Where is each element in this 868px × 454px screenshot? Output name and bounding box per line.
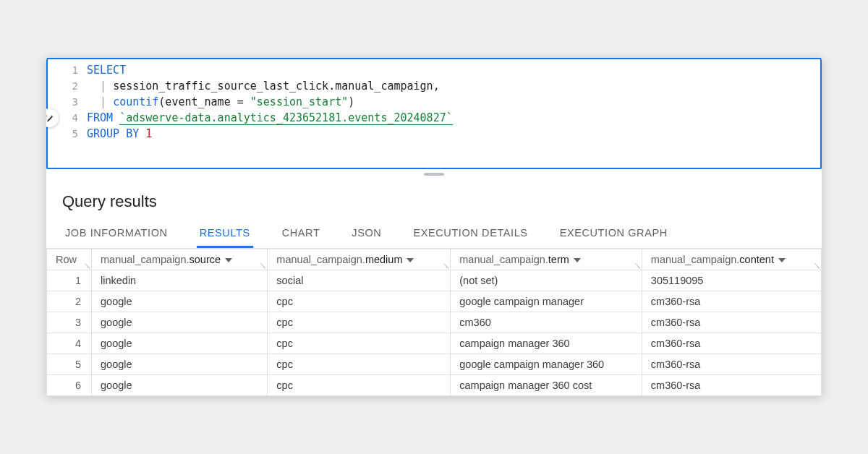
cell: google <box>92 354 268 375</box>
results-heading: Query results <box>46 179 822 221</box>
table-row[interactable]: 6googlecpccampaign manager 360 costcm360… <box>47 375 822 396</box>
row-number: 3 <box>47 312 92 333</box>
cell: campaign manager 360 cost <box>451 375 642 396</box>
cell: linkedin <box>92 270 268 291</box>
tab-job-information[interactable]: JOB INFORMATION <box>62 221 171 248</box>
cell: google <box>92 312 268 333</box>
magic-wand-icon[interactable] <box>46 108 59 127</box>
cell: cpc <box>268 375 451 396</box>
table-row[interactable]: 2googlecpcgoogle campaign managercm360-r… <box>47 291 822 312</box>
cell: social <box>268 270 451 291</box>
sort-caret-icon[interactable] <box>407 257 414 264</box>
cell: cpc <box>268 354 451 375</box>
column-header[interactable]: manual_campaign.medium <box>268 249 451 270</box>
column-resize-icon[interactable] <box>634 262 640 268</box>
cell: cpc <box>268 312 451 333</box>
column-header[interactable]: manual_campaign.term <box>451 249 642 270</box>
table-row[interactable]: 4googlecpccampaign manager 360cm360-rsa <box>47 333 822 354</box>
line-number: 2 <box>48 78 87 94</box>
line-number: 3 <box>48 94 87 110</box>
column-header[interactable]: manual_campaign.content <box>642 249 821 270</box>
results-table: Rowmanual_campaign.sourcemanual_campaign… <box>46 249 822 396</box>
row-number: 4 <box>47 333 92 354</box>
cell: google <box>92 333 268 354</box>
code-text[interactable]: SELECT <box>87 62 126 78</box>
line-number: 5 <box>48 126 87 142</box>
tab-results[interactable]: RESULTS <box>197 221 253 248</box>
column-resize-icon[interactable] <box>84 262 90 268</box>
cell: cpc <box>268 291 451 312</box>
table-row[interactable]: 5googlecpcgoogle campaign manager 360cm3… <box>47 354 822 375</box>
row-number: 5 <box>47 354 92 375</box>
code-line[interactable]: 3 | countif(event_name = "session_start"… <box>48 94 820 110</box>
code-text[interactable]: GROUP BY 1 <box>87 126 152 142</box>
sort-caret-icon[interactable] <box>574 257 581 264</box>
tab-execution-details[interactable]: EXECUTION DETAILS <box>410 221 530 248</box>
cell: cm360-rsa <box>642 375 821 396</box>
column-resize-icon[interactable] <box>814 262 820 268</box>
sort-caret-icon[interactable] <box>778 257 786 264</box>
cell: cpc <box>268 333 451 354</box>
code-text[interactable]: | countif(event_name = "session_start") <box>87 94 354 110</box>
row-number: 6 <box>47 375 92 396</box>
cell: google <box>92 375 268 396</box>
code-text[interactable]: FROM `adswerve-data.analytics_423652181.… <box>87 110 453 126</box>
column-header[interactable]: manual_campaign.source <box>92 249 268 270</box>
column-resize-icon[interactable] <box>443 262 448 268</box>
line-number: 1 <box>48 62 87 78</box>
cell: google <box>92 291 268 312</box>
code-line[interactable]: 1SELECT <box>48 62 820 78</box>
tab-execution-graph[interactable]: EXECUTION GRAPH <box>557 221 671 248</box>
row-header: Row <box>47 249 92 270</box>
results-tabs: JOB INFORMATIONRESULTSCHARTJSONEXECUTION… <box>46 221 822 249</box>
tab-json[interactable]: JSON <box>349 221 384 248</box>
code-text[interactable]: | session_traffic_source_last_click.manu… <box>87 78 440 94</box>
row-number: 1 <box>47 270 92 291</box>
cell: google campaign manager <box>451 291 642 312</box>
drag-handle-icon <box>424 173 444 176</box>
code-line[interactable]: 5GROUP BY 1 <box>48 126 820 142</box>
cell: cm360 <box>451 312 642 333</box>
cell: campaign manager 360 <box>451 333 642 354</box>
sort-caret-icon[interactable] <box>225 257 232 264</box>
cell: cm360-rsa <box>642 291 821 312</box>
cell: cm360-rsa <box>642 354 821 375</box>
code-line[interactable]: 2 | session_traffic_source_last_click.ma… <box>48 78 820 94</box>
line-number: 4 <box>48 110 87 126</box>
cell: cm360-rsa <box>642 312 821 333</box>
cell: cm360-rsa <box>642 333 821 354</box>
table-row[interactable]: 1linkedinsocial(not set)305119095 <box>47 270 822 291</box>
cell: google campaign manager 360 <box>451 354 642 375</box>
tab-chart[interactable]: CHART <box>279 221 323 248</box>
code-line[interactable]: 4FROM `adswerve-data.analytics_423652181… <box>48 110 820 126</box>
cell: (not set) <box>451 270 642 291</box>
column-resize-icon[interactable] <box>260 262 265 268</box>
table-row[interactable]: 3googlecpccm360cm360-rsa <box>47 312 822 333</box>
cell: 305119095 <box>642 270 821 291</box>
row-number: 2 <box>47 291 92 312</box>
bigquery-panel: 1SELECT2 | session_traffic_source_last_c… <box>46 58 822 396</box>
sql-editor[interactable]: 1SELECT2 | session_traffic_source_last_c… <box>46 58 822 169</box>
pane-resize-bar[interactable] <box>46 169 822 179</box>
